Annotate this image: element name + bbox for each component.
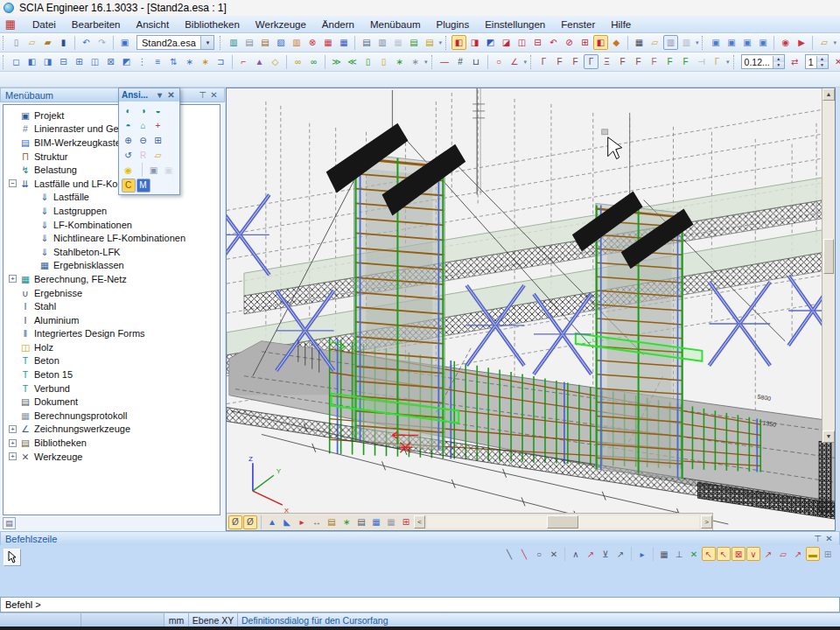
save-icon[interactable]: ▮	[56, 35, 71, 50]
tree-item-verbund[interactable]: TVerbund	[4, 382, 220, 396]
window-icon[interactable]: ▣	[117, 35, 132, 50]
menu-men-baum[interactable]: Menübaum	[362, 18, 429, 32]
chevron-down-icon[interactable]: ▾	[154, 90, 165, 100]
zoom-out-icon[interactable]: ⊖	[136, 134, 150, 148]
open-project-icon[interactable]: ▱	[24, 35, 39, 50]
command-prompt[interactable]: Befehl >	[0, 597, 840, 612]
snap-circle-icon[interactable]: ○	[532, 547, 546, 561]
zoom-in-icon[interactable]: ⊕	[122, 134, 136, 148]
new-document-icon[interactable]: ▯	[9, 35, 24, 50]
view-table-blue-icon[interactable]: ▦	[369, 515, 383, 529]
toolbar-overflow-icon[interactable]: ▾	[832, 39, 838, 46]
tree-item-ergebnisklassen[interactable]: ▦Ergebnisklassen	[4, 259, 220, 273]
undo-icon[interactable]: ↶	[79, 35, 94, 50]
toolbar-overflow-icon[interactable]: ▾	[725, 59, 732, 66]
rigid-link-icon[interactable]: ∞	[306, 54, 321, 69]
tree-item-lastf-lle-und-lf-kombinationen[interactable]: −⇊Lastfälle und LF-Kombinationen	[4, 177, 220, 191]
view-grid-red-icon[interactable]: ⊞	[399, 515, 413, 529]
snap-cross-icon[interactable]: ✕	[547, 547, 561, 561]
document-new-icon[interactable]: ▤	[406, 35, 421, 50]
view-folder-icon[interactable]: ▱	[151, 149, 165, 163]
filter-slab-icon[interactable]: ◩	[483, 35, 498, 50]
view-manager-icon[interactable]: M	[136, 178, 150, 192]
dimension-f4-icon[interactable]: F	[631, 54, 646, 69]
view-surface-icon[interactable]: ◣	[280, 515, 294, 529]
expand-icon[interactable]: +	[9, 452, 17, 460]
fly-mode-icon[interactable]: ▶	[794, 35, 808, 50]
screen-icon[interactable]: ▦	[632, 35, 647, 50]
support-icon[interactable]: ▲	[252, 54, 267, 69]
snap-perp-icon[interactable]: ⊻	[598, 547, 612, 561]
intersect-tool-icon[interactable]: ∗	[182, 54, 197, 69]
snap-gray-icon[interactable]: ∗	[408, 54, 423, 69]
open-folder-plus-icon[interactable]: ▱	[816, 35, 831, 50]
column-tool-icon[interactable]: ◨	[40, 54, 55, 69]
window-horizontal-icon[interactable]: ▣	[739, 35, 754, 50]
tree-item-bibliotheken[interactable]: +▤Bibliotheken	[4, 436, 220, 450]
project-dropdown[interactable]: Stand2a.esa ▼	[136, 35, 214, 50]
view-rotate-y-icon[interactable]: ◑	[136, 104, 150, 118]
3d-scene[interactable]: 5800 1350 Z Y X	[227, 88, 835, 530]
filter-active-icon[interactable]: ◧	[593, 35, 608, 50]
toolbar-grip[interactable]	[220, 36, 222, 50]
scroll-left-arrow[interactable]: <	[414, 515, 425, 528]
dimension-tool-icon[interactable]: Γ	[536, 54, 551, 69]
tree-item-lf-kombinationen[interactable]: ⇓LF-Kombinationen	[4, 218, 220, 232]
window-vertical-icon[interactable]: ▣	[755, 35, 770, 50]
view-axis-icon[interactable]: +	[151, 119, 165, 133]
filter-add-icon[interactable]: ⊞	[578, 35, 592, 50]
menu-ndern[interactable]: Ändern	[314, 18, 362, 32]
window-tile-icon[interactable]: ▣	[724, 35, 738, 50]
toolbar-grip[interactable]	[702, 36, 704, 50]
filter-clear-icon[interactable]: ⊘	[562, 35, 577, 50]
toolbar-grip[interactable]	[530, 55, 533, 69]
tree-item-zeichnungswerkzeuge[interactable]: +∠Zeichnungswerkzeuge	[4, 423, 220, 437]
view-params-icon[interactable]: ▲	[265, 515, 279, 529]
menu-plugins[interactable]: Plugins	[428, 18, 477, 32]
light-icon[interactable]: ◉	[122, 164, 136, 178]
move-ucs-icon[interactable]: ◆	[609, 35, 624, 50]
toolbar-overflow-icon[interactable]: ▾	[424, 59, 430, 66]
zoom-previous-icon[interactable]: ↺	[122, 149, 136, 163]
document-icon[interactable]: ▦	[4, 18, 18, 31]
view-rotate-x-icon[interactable]: ◐	[122, 104, 136, 118]
filter-support-icon[interactable]: ◪	[499, 35, 514, 50]
opening-tool-icon[interactable]: ◫	[88, 54, 102, 69]
3d-viewport[interactable]: 5800 1350 Z Y X ▲	[226, 88, 836, 531]
tree-item-beton[interactable]: TBeton	[4, 354, 220, 368]
pin-icon[interactable]: ⊤	[197, 90, 208, 100]
view-axo-icon[interactable]: ◓	[122, 119, 136, 133]
bar-yellow-icon[interactable]: ▯	[376, 54, 391, 69]
camera-icon[interactable]: ▣	[147, 164, 161, 178]
tree-item-dokument[interactable]: ▤Dokument	[4, 395, 220, 409]
table-blue-icon[interactable]: ▦	[336, 35, 351, 50]
link-icon[interactable]: ∞	[290, 54, 305, 69]
view-rotate-z-icon[interactable]: ◒	[151, 104, 165, 118]
layers-icon[interactable]: ▤	[242, 35, 256, 50]
close-icon[interactable]: ✕	[823, 534, 835, 543]
spinner-arrows[interactable]: ▲▼	[773, 56, 784, 68]
tree-item-linienraster-und-geschosse[interactable]: #Linienraster und Geschosse	[4, 122, 220, 136]
vertical-scrollbar[interactable]: ▲ ▼	[822, 88, 835, 443]
filter-load-icon[interactable]: ◫	[514, 35, 529, 50]
view-basket-icon[interactable]: ▤	[325, 515, 339, 529]
toolbar-grip[interactable]	[733, 55, 736, 69]
snap-direction-icon[interactable]: ↗	[584, 547, 598, 561]
menu-tree-header[interactable]: Menübaum ⊤ ✕	[0, 88, 225, 102]
redo-icon[interactable]: ↷	[94, 35, 109, 50]
view-book-icon[interactable]: ▤	[354, 515, 368, 529]
filter-remove-icon[interactable]: ⊟	[530, 35, 545, 50]
pin-icon[interactable]: ⊤	[812, 534, 823, 543]
hide-rendered-icon[interactable]: Ø	[243, 515, 257, 529]
expand-icon[interactable]: +	[9, 439, 17, 447]
snap-table-icon[interactable]: ⊞	[821, 547, 835, 561]
clipping-box-icon[interactable]: C	[122, 178, 136, 192]
toolbar-overflow-icon[interactable]: ▾	[438, 39, 444, 46]
node-tool-icon[interactable]: ◻	[9, 54, 24, 69]
view-palette[interactable]: Ansi... ▾ ✕ ◐◑◒◓⌂+⊕⊖⊞↺R▱◉▣▣CM	[118, 88, 180, 195]
table-red-icon[interactable]: ▦	[320, 35, 335, 50]
spinner-arrows[interactable]: ▲▼	[816, 56, 828, 68]
chevron-down-icon[interactable]: ▼	[200, 36, 214, 49]
filter-node-icon[interactable]: ◨	[467, 35, 482, 50]
beam-tool-icon[interactable]: ◧	[24, 54, 39, 69]
